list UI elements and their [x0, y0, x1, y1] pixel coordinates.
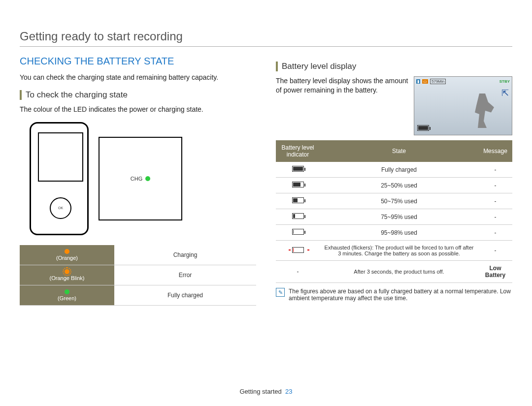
page-title: Getting ready to start recording [20, 30, 512, 47]
charge-state: Fully charged [114, 285, 256, 305]
battery-3bar-icon [292, 182, 304, 187]
camcorder-preview: ▮ ▭ 579Min STBY ⇱ [414, 76, 512, 135]
table-row: (Orange) Charging [20, 245, 256, 265]
device-pad-icon: OK [50, 197, 71, 219]
led-orange-icon [65, 249, 69, 254]
subhead-battery-display: Battery level display [276, 62, 512, 71]
subhead-charging-state: To check the charging state [20, 90, 256, 100]
table-row: 75~95% used - [276, 209, 512, 225]
led-label: (Orange) [56, 255, 78, 261]
section-heading: CHECKING THE BATTERY STATE [20, 56, 256, 67]
battery-state: 75~95% used [320, 209, 478, 225]
led-orange-blink-icon [65, 269, 69, 274]
col-header-indicator: Battery level indicator [276, 140, 320, 162]
led-label: (Green) [58, 295, 76, 301]
battery-msg: - [478, 225, 512, 241]
device-screen-icon [38, 132, 83, 182]
battery-level-table: Battery level indicator State Message Fu… [276, 140, 512, 283]
upload-arrow-icon: ⇱ [501, 88, 509, 98]
battery-msg: - [478, 241, 512, 261]
battery-state: Exhausted (flickers): The product will b… [320, 241, 478, 261]
card-icon: ▮ [416, 79, 420, 84]
footer-label: Getting started [240, 388, 282, 395]
table-row: 95~98% used - [276, 225, 512, 241]
callout-box: CHG [99, 137, 182, 220]
battery-none-icon: - [276, 261, 320, 283]
battery-full-icon [292, 166, 304, 172]
battery-msg: - [478, 193, 512, 209]
device-body-icon: OK [30, 122, 89, 235]
table-row: Exhausted (flickers): The product will b… [276, 241, 512, 261]
charging-state-table: (Orange) Charging (Orange Blink) Error (… [20, 245, 256, 306]
time-remaining: 579Min [430, 79, 446, 84]
battery-low-icon [292, 229, 304, 235]
battery-exhausted-icon [292, 247, 304, 253]
battery-msg: - [478, 178, 512, 193]
table-row: - After 3 seconds, the product turns off… [276, 261, 512, 283]
battery-msg: Low Battery [478, 261, 512, 283]
battery-1bar-icon [292, 213, 304, 219]
charging-desc: The colour of the LED indicates the powe… [20, 105, 256, 114]
battery-2bar-icon [292, 197, 304, 203]
table-row: (Green) Fully charged [20, 285, 256, 305]
battery-state: Fully charged [320, 162, 478, 178]
charge-state: Charging [114, 245, 256, 265]
table-row: Fully charged - [276, 162, 512, 178]
charge-state: Error [114, 265, 256, 285]
table-row: 50~75% used - [276, 193, 512, 209]
battery-state: 25~50% used [320, 178, 478, 193]
page-footer: Getting started 23 [0, 388, 532, 395]
silhouette-icon [467, 94, 497, 128]
intro-text: You can check the charging state and rem… [20, 73, 256, 82]
table-row: (Orange Blink) Error [20, 265, 256, 285]
chg-label: CHG [131, 176, 142, 182]
table-row: 25~50% used - [276, 178, 512, 193]
note-text: The figures above are based on a fully c… [289, 288, 512, 302]
device-diagram: OK CHG [30, 122, 256, 235]
battery-state: 50~75% used [320, 193, 478, 209]
page-number: 23 [285, 388, 292, 395]
battery-corner-icon [417, 125, 429, 132]
col-header-state: State [320, 140, 478, 162]
battery-msg: - [478, 209, 512, 225]
battery-msg: - [478, 162, 512, 178]
stby-label: STBY [499, 79, 510, 84]
note-icon: ✎ [276, 288, 285, 297]
rec-mode-icon: ▭ [422, 79, 428, 84]
battery-state: After 3 seconds, the product turns off. [320, 261, 478, 283]
led-green-icon [145, 176, 150, 181]
col-header-message: Message [478, 140, 512, 162]
led-green-icon [65, 289, 69, 294]
battery-state: 95~98% used [320, 225, 478, 241]
